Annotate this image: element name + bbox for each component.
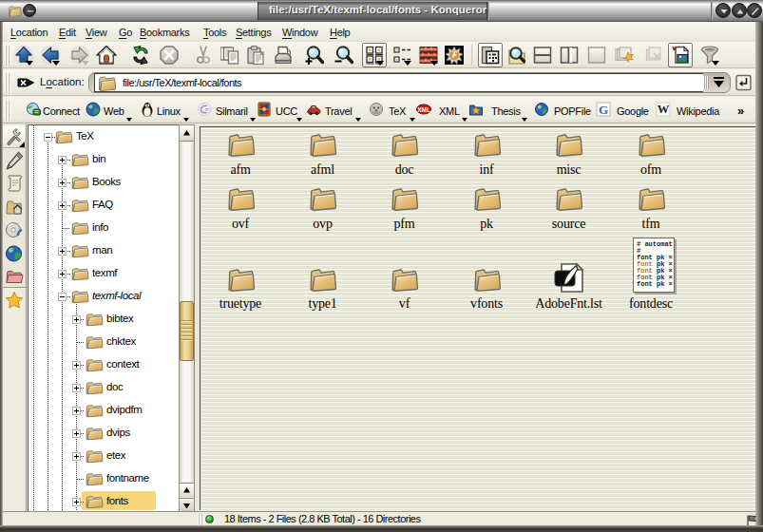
- svg-text:W: W: [658, 103, 670, 116]
- svg-text:G: G: [599, 103, 608, 117]
- svg-text:XML: XML: [417, 106, 430, 113]
